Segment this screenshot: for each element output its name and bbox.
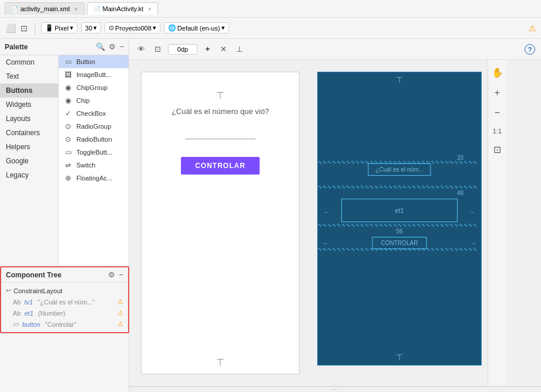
palette-item-togglebutton[interactable]: ▭ ToggleButt... [59, 146, 129, 159]
category-buttons[interactable]: Buttons [0, 83, 58, 98]
palette-item-radiogroup[interactable]: ⊙ RadioGroup [59, 120, 129, 133]
tab-xml-close[interactable]: × [75, 6, 78, 12]
bp-button-text: CONTROLAR [381, 240, 418, 246]
bp-et1-right-arrow: → [469, 209, 475, 216]
clear-constraints-icon[interactable]: ✕ [218, 43, 229, 55]
device-chevron: ▾ [70, 24, 73, 32]
device-selector[interactable]: 📱 Pixel ▾ [41, 22, 78, 33]
zoom-input[interactable] [168, 44, 197, 55]
category-text[interactable]: Text [0, 69, 58, 83]
title-bar: 📄 activity_main.xml × 📄 MainActivity.kt … [0, 0, 541, 18]
palette-item-chip[interactable]: ◉ Chip [59, 94, 129, 107]
phone-controlar-button[interactable]: CONTROLAR [181, 157, 260, 175]
palette-panel: Palette 🔍 ⚙ − Common Text Buttons Widget… [0, 39, 129, 392]
category-containers[interactable]: Containers [0, 126, 58, 140]
palette-settings-icon[interactable]: ⚙ [109, 42, 116, 51]
eye-icon[interactable]: 👁 [135, 43, 147, 55]
palette-minimize-icon[interactable]: − [119, 42, 124, 51]
design-view-icon[interactable]: ⬜ [5, 22, 17, 34]
constraint-icon: ↩ [6, 287, 11, 294]
palette-item-togglebutton-label: ToggleButt... [76, 149, 112, 156]
canvas-area: 👁 ⊡ ✦ ✕ ⊥ ? ⊤ ¿Cuál es el número que vió… [129, 39, 541, 392]
locale-chevron: ▾ [221, 24, 225, 32]
tab-kt-label: MainActivity.kt [103, 5, 143, 12]
api-selector[interactable]: 30 ▾ [81, 22, 101, 33]
kt-file-icon: 📄 [93, 6, 100, 12]
palette-item-checkbox[interactable]: ✓ CheckBox [59, 107, 129, 120]
bp-button-left-arrow: ← [322, 240, 329, 247]
bp-tv1-text: ¿Cuál es el núm... [375, 166, 423, 173]
blueprint-view-icon[interactable]: ⊡ [19, 22, 29, 34]
view-toggle-section: ⬜ ⊡ [5, 22, 29, 34]
tab-kt-close[interactable]: × [148, 6, 152, 12]
tree-item-constraintlayout[interactable]: ↩ ConstraintLayout [1, 285, 128, 296]
tab-xml-label: activity_main.xml [21, 5, 70, 12]
tab-xml[interactable]: 📄 activity_main.xml × [5, 2, 85, 15]
palette-item-floatingaction[interactable]: ⊕ FloatingAc... [59, 172, 129, 185]
palette-search-icon[interactable]: 🔍 [96, 42, 105, 51]
bp-et1-element[interactable]: et1 [341, 199, 458, 222]
tv1-name: tv1 [24, 299, 33, 306]
tree-minimize-icon[interactable]: − [119, 270, 123, 279]
magic-wand-icon[interactable]: ✦ [202, 43, 213, 55]
tree-settings-icon[interactable]: ⚙ [108, 270, 115, 279]
baseline-icon[interactable]: ⊥ [234, 43, 245, 55]
project-selector[interactable]: ⊙ Proyecto008 ▾ [105, 22, 160, 33]
et1-type-icon: Ab [13, 310, 21, 317]
button-name: button [22, 321, 41, 328]
locale-label: Default (en-us) [177, 25, 220, 32]
category-google[interactable]: Google [0, 154, 58, 168]
bp-zigzag-bottom: ∿∿∿∿∿∿∿∿∿∿∿∿∿∿∿∿∿∿∿∿∿∿∿∿∿∿∿∿∿∿∿∿∿∿ [318, 246, 481, 253]
palette-item-fab-label: FloatingAc... [76, 175, 112, 182]
divider-1 [35, 22, 35, 34]
tab-kt[interactable]: 📄 MainActivity.kt × [87, 2, 158, 15]
palette-title: Palette [5, 43, 92, 51]
locale-selector[interactable]: 🌐 Default (en-us) ▾ [164, 22, 229, 33]
bp-zigzag-top: ∿∿∿∿∿∿∿∿∿∿∿∿∿∿∿∿∿∿∿∿∿∿∿∿∿∿∿∿∿∿∿∿∿∿ [318, 159, 481, 166]
tree-item-et1[interactable]: Ab et1 (Number) ⚠ [1, 307, 128, 319]
bp-bottom-pin-icon: ⊤ [396, 353, 403, 362]
tree-item-button[interactable]: ▭ button "Controlar" ⚠ [1, 319, 128, 330]
palette-item-imagebutton[interactable]: 🖼 ImageButt... [59, 68, 129, 81]
palette-item-button-label: Button [76, 58, 95, 65]
bp-top-pin-icon: ⊤ [396, 75, 403, 85]
phone-bottom-pin-icon: ⊤ [216, 357, 224, 368]
tree-item-tv1[interactable]: Ab tv1 "¿Cuál es el núm..." ⚠ [1, 296, 128, 307]
device-frame-icon[interactable]: ⊡ [491, 142, 503, 158]
component-tree-panel: Component Tree ⚙ − ↩ ConstraintLayout Ab… [0, 266, 129, 333]
button-widget-icon: ▭ [63, 58, 73, 66]
blueprint-toggle-icon[interactable]: ⊡ [152, 43, 163, 55]
zoom-in-icon[interactable]: + [492, 85, 502, 100]
resize-handle[interactable]: ⋯ [129, 386, 541, 392]
tree-body: ↩ ConstraintLayout Ab tv1 "¿Cuál es el n… [1, 283, 128, 332]
palette-item-button[interactable]: ▭ Button [59, 55, 129, 68]
api-chevron: ▾ [93, 24, 97, 32]
device-icon: 📱 [45, 24, 53, 32]
phone-edittext[interactable] [185, 128, 256, 139]
fit-screen-icon[interactable]: 1:1 [490, 125, 504, 137]
bp-label-56: 56 [396, 228, 402, 234]
button-desc: "Controlar" [45, 321, 76, 328]
palette-item-radiobutton[interactable]: ⊙ RadioButton [59, 133, 129, 146]
hand-tool-icon[interactable]: ✋ [489, 65, 506, 81]
right-tools-panel: ✋ + − 1:1 ⊡ [488, 60, 506, 386]
palette-item-checkbox-label: CheckBox [76, 110, 106, 117]
category-helpers[interactable]: Helpers [0, 140, 58, 154]
checkbox-widget-icon: ✓ [63, 109, 73, 118]
blueprint-view: ⊤ ⊤ 33 ¿Cuál es el núm... ∿∿∿∿∿∿∿∿∿∿∿∿∿∿… [317, 72, 482, 366]
fab-widget-icon: ⊕ [63, 174, 73, 182]
category-layouts[interactable]: Layouts [0, 112, 58, 126]
tv1-type-icon: Ab [13, 299, 21, 306]
palette-item-chipgroup[interactable]: ◉ ChipGroup [59, 81, 129, 94]
zoom-out-icon[interactable]: − [492, 105, 502, 120]
category-widgets[interactable]: Widgets [0, 98, 58, 112]
radiogroup-widget-icon: ⊙ [63, 122, 73, 130]
category-common[interactable]: Common [0, 55, 58, 69]
category-legacy[interactable]: Legacy [0, 168, 58, 182]
bp-et1-left-arrow: ← [324, 209, 330, 216]
palette-item-chipgroup-label: ChipGroup [76, 84, 107, 91]
help-icon[interactable]: ? [525, 44, 535, 55]
phone-question-text: ¿Cuál es el número que vió? [172, 107, 269, 116]
palette-item-chip-label: Chip [76, 97, 90, 104]
palette-item-switch[interactable]: ⇌ Switch [59, 159, 129, 172]
